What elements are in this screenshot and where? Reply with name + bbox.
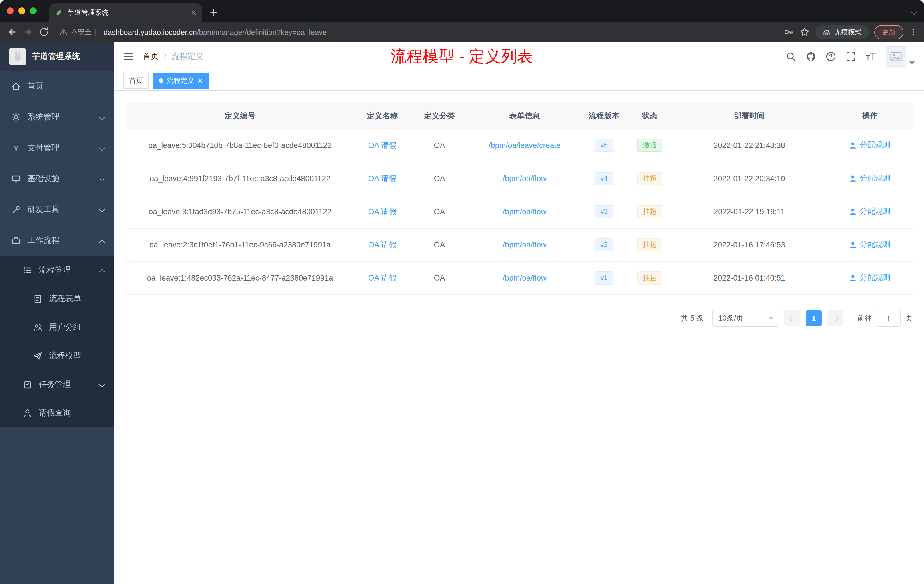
definition-name-link[interactable]: OA 请假 bbox=[368, 274, 396, 282]
goto-page-input[interactable] bbox=[876, 310, 901, 327]
sidebar-item-process-form[interactable]: 流程表单 bbox=[0, 285, 114, 313]
page-content: 定义编号 定义名称 定义分类 表单信息 流程版本 状态 部署时间 操作 oa_l bbox=[114, 91, 924, 584]
page-title: 流程模型 - 定义列表 bbox=[391, 46, 533, 68]
back-icon[interactable] bbox=[7, 27, 17, 37]
monitor-icon bbox=[12, 174, 21, 183]
sidebar-collapse-icon[interactable] bbox=[124, 51, 134, 62]
search-icon[interactable] bbox=[786, 51, 796, 62]
tag-process-definition[interactable]: 流程定义 bbox=[153, 73, 209, 89]
user-menu[interactable] bbox=[886, 46, 915, 67]
status-badge: 挂起 bbox=[637, 172, 662, 185]
total-count: 共 5 条 bbox=[681, 313, 704, 323]
column-header-name: 定义名称 bbox=[354, 104, 410, 129]
assign-rule-link[interactable]: 分配规则 bbox=[850, 273, 891, 283]
sidebar-logo[interactable]: 芋道管理系统 bbox=[0, 42, 114, 71]
status-badge: 激活 bbox=[637, 139, 662, 152]
forward-icon[interactable] bbox=[23, 27, 33, 37]
chrome-update-button[interactable]: 更新 bbox=[874, 25, 903, 39]
status-badge: 挂起 bbox=[637, 205, 662, 218]
assign-rule-link[interactable]: 分配规则 bbox=[850, 206, 891, 217]
column-header-form: 表单信息 bbox=[469, 104, 581, 129]
pagination: 共 5 条 10条/页 1 前往 页 bbox=[126, 310, 912, 327]
workflow-submenu: 流程管理 流程表单 用户分组 流程模型 任务管理 bbox=[0, 256, 114, 427]
version-badge: v4 bbox=[594, 172, 613, 185]
sidebar-item-task-management[interactable]: 任务管理 bbox=[0, 370, 114, 399]
definition-name-link[interactable]: OA 请假 bbox=[368, 141, 396, 149]
column-header-id: 定义编号 bbox=[126, 104, 354, 129]
form-link[interactable]: /bpm/oa/flow bbox=[503, 274, 546, 282]
gear-icon bbox=[12, 112, 21, 122]
definition-name-link[interactable]: OA 请假 bbox=[368, 174, 396, 183]
assign-rule-link[interactable]: 分配规则 bbox=[850, 240, 891, 250]
breadcrumb: 首页 / 流程定义 bbox=[143, 51, 203, 62]
definition-name-link[interactable]: OA 请假 bbox=[368, 240, 396, 249]
sidebar-item-label: 首页 bbox=[27, 81, 43, 91]
sidebar-item-payment[interactable]: ¥ 支付管理 bbox=[0, 133, 114, 163]
reload-icon[interactable] bbox=[39, 27, 49, 37]
github-icon[interactable] bbox=[806, 51, 816, 62]
assign-rule-link[interactable]: 分配规则 bbox=[850, 140, 891, 150]
address-bar[interactable]: dashboard.yudao.iocoder.cn/bpm/manager/d… bbox=[104, 28, 327, 36]
table-row: oa_leave:4:991f2193-7b7f-11ec-a3c8-acde4… bbox=[126, 162, 912, 195]
sidebar-item-home[interactable]: 首页 bbox=[0, 71, 114, 102]
incognito-badge: 无痕模式 bbox=[815, 25, 869, 39]
tag-close-icon[interactable] bbox=[198, 78, 203, 83]
cell-category: OA bbox=[410, 195, 469, 228]
breadcrumb-home[interactable]: 首页 bbox=[143, 51, 159, 62]
sidebar-item-infrastructure[interactable]: 基础设施 bbox=[0, 163, 114, 194]
bookmark-star-icon[interactable] bbox=[799, 27, 810, 37]
sidebar-item-workflow[interactable]: 工作流程 bbox=[0, 225, 114, 256]
form-link[interactable]: /bpm/oa/leave/create bbox=[488, 141, 561, 150]
cell-deploy-time: 2022-01-22 20:34:10 bbox=[672, 162, 827, 195]
cell-definition-id: oa_leave:2:3c1f0ef1-76b1-11ec-9c66-a2380… bbox=[126, 228, 354, 261]
close-window-button[interactable] bbox=[7, 7, 14, 14]
sidebar-item-process-management[interactable]: 流程管理 bbox=[0, 256, 114, 285]
assign-rule-link[interactable]: 分配规则 bbox=[850, 173, 891, 184]
next-page-button[interactable] bbox=[827, 310, 843, 326]
form-link[interactable]: /bpm/oa/flow bbox=[503, 174, 546, 183]
tab-close-icon[interactable] bbox=[191, 10, 196, 15]
zoom-window-button[interactable] bbox=[30, 7, 36, 14]
font-size-icon[interactable] bbox=[866, 51, 876, 62]
chevron-down-icon bbox=[100, 174, 104, 183]
column-header-time: 部署时间 bbox=[672, 104, 827, 129]
sidebar-item-user-group[interactable]: 用户分组 bbox=[0, 313, 114, 342]
sidebar-item-leave-query[interactable]: 请假查询 bbox=[0, 399, 114, 427]
prev-page-button[interactable] bbox=[784, 310, 800, 326]
sidebar-item-process-model[interactable]: 流程模型 bbox=[0, 342, 114, 370]
page-number-button[interactable]: 1 bbox=[806, 310, 822, 326]
form-link[interactable]: /bpm/oa/flow bbox=[503, 241, 546, 249]
sidebar-item-devtools[interactable]: 研发工具 bbox=[0, 194, 114, 225]
tab-search-icon[interactable] bbox=[912, 7, 916, 17]
tag-home[interactable]: 首页 bbox=[124, 73, 148, 89]
status-badge: 挂起 bbox=[637, 271, 662, 285]
table-row: oa_leave:3:1fad3d93-7b75-11ec-a3c8-acde4… bbox=[126, 195, 912, 228]
sidebar-item-system[interactable]: 系统管理 bbox=[0, 102, 114, 133]
definition-name-link[interactable]: OA 请假 bbox=[368, 207, 396, 216]
page-size-select[interactable]: 10条/页 bbox=[712, 310, 778, 327]
tab-title: 芋道管理系统 bbox=[68, 8, 186, 17]
version-badge: v1 bbox=[594, 271, 613, 285]
browser-menu-icon[interactable] bbox=[909, 28, 917, 36]
tab-favicon bbox=[55, 8, 63, 16]
person-icon bbox=[850, 241, 857, 249]
browser-window: 芋道管理系统 不安全 | dashboard.yudao.iocoder.cn/… bbox=[0, 0, 924, 584]
minimize-window-button[interactable] bbox=[18, 7, 25, 14]
main-area: 首页 / 流程定义 流程模型 - 定义列表 bbox=[114, 42, 924, 584]
help-icon[interactable] bbox=[826, 51, 836, 62]
password-key-icon[interactable] bbox=[784, 27, 794, 37]
person-icon bbox=[850, 274, 857, 282]
home-icon bbox=[12, 82, 21, 91]
form-link[interactable]: /bpm/oa/flow bbox=[503, 208, 546, 216]
sidebar-item-label: 请假查询 bbox=[39, 408, 71, 418]
browser-tab[interactable]: 芋道管理系统 bbox=[49, 3, 202, 22]
new-tab-button[interactable] bbox=[206, 5, 222, 21]
fullscreen-icon[interactable] bbox=[846, 51, 856, 62]
sidebar-item-label: 流程表单 bbox=[49, 294, 81, 304]
navbar-actions bbox=[786, 46, 915, 67]
security-indicator[interactable]: 不安全 | bbox=[59, 27, 97, 37]
browser-toolbar: 不安全 | dashboard.yudao.iocoder.cn/bpm/man… bbox=[0, 22, 924, 42]
tags-view: 首页 流程定义 bbox=[114, 71, 924, 91]
next-page-icon bbox=[833, 315, 838, 321]
cell-deploy-time: 2022-01-16 01:40:51 bbox=[672, 261, 827, 295]
